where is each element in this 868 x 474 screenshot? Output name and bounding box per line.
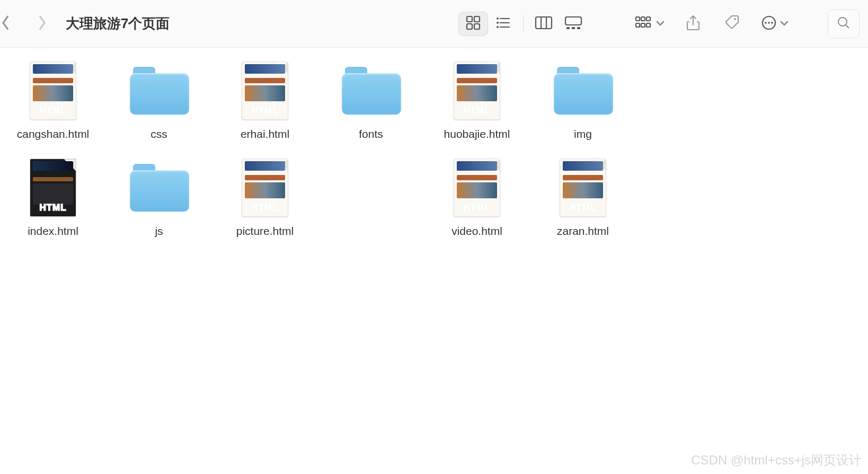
view-list-button[interactable] [488,12,518,36]
file-item[interactable]: HTMLcangshan.html [0,62,106,141]
html-file-icon: HTML [554,159,612,217]
svg-rect-14 [566,27,570,29]
file-item[interactable]: HTMLindex.html [0,159,106,238]
html-file-icon: HTML [448,159,506,217]
gallery-view-icon [564,15,583,32]
svg-point-4 [497,17,499,20]
folder-icon [130,62,188,120]
file-item[interactable]: HTMLhuobajie.html [424,62,530,141]
folder-icon [130,159,188,217]
svg-rect-18 [641,17,645,21]
chevron-left-icon [1,15,11,32]
svg-rect-15 [572,27,575,29]
file-item[interactable]: js [106,159,212,238]
search-button[interactable] [828,10,860,38]
chevron-down-icon [780,19,789,29]
svg-line-29 [846,25,849,28]
file-label: css [150,127,167,141]
file-label: js [155,224,163,238]
share-icon [686,14,701,33]
view-gallery-button[interactable] [559,12,588,36]
more-dropdown[interactable] [761,15,789,33]
view-switcher [454,12,592,36]
chevron-right-icon [37,15,47,32]
svg-rect-2 [467,24,472,29]
chevron-down-icon [656,19,665,29]
svg-point-25 [765,22,767,24]
svg-point-23 [734,18,736,20]
icon-view-icon [465,15,481,32]
svg-rect-1 [474,16,480,22]
share-button[interactable] [683,13,704,34]
column-view-icon [535,15,553,32]
view-column-button[interactable] [529,12,559,36]
file-label: huobajie.html [444,127,510,141]
svg-rect-13 [565,17,581,25]
group-dropdown[interactable] [635,16,665,32]
svg-point-8 [497,26,499,28]
file-item[interactable]: HTMLzaran.html [530,159,636,238]
search-icon [837,16,851,32]
file-label: img [574,127,592,141]
folder-icon [554,62,612,120]
file-label: video.html [451,224,502,238]
file-item[interactable]: HTMLerhai.html [212,62,318,141]
svg-rect-17 [636,17,640,21]
toolbar: 大理旅游7个页面 [0,0,868,48]
html-file-icon: HTML [24,159,82,217]
folder-icon [342,62,400,120]
back-button[interactable] [0,14,16,34]
html-file-icon: HTML [24,62,82,120]
svg-rect-22 [646,23,650,27]
html-file-icon: HTML [448,62,506,120]
file-label: cangshan.html [17,127,90,141]
html-file-icon: HTML [236,159,294,217]
file-area: HTMLcangshan.htmlcssHTMLerhai.htmlfontsH… [0,48,868,474]
svg-point-27 [771,22,773,24]
svg-rect-10 [536,17,552,29]
svg-rect-21 [641,23,645,27]
nav-group [0,14,52,34]
svg-rect-19 [646,17,650,21]
list-view-icon [495,15,511,32]
watermark: CSDN @html+css+js网页设计 [691,452,862,469]
file-label: zaran.html [557,224,609,238]
tags-button[interactable] [722,13,743,34]
file-label: index.html [28,224,78,238]
more-icon [761,15,777,33]
svg-point-6 [497,22,499,24]
group-icon [635,16,653,32]
svg-point-26 [768,22,770,24]
file-label: fonts [359,127,383,141]
forward-button[interactable] [32,14,52,34]
svg-rect-0 [467,16,472,22]
window-title: 大理旅游7个页面 [66,14,170,33]
file-item[interactable]: fonts [318,62,424,141]
divider [523,15,524,33]
view-icon-button[interactable] [458,12,488,36]
svg-rect-20 [636,23,640,27]
toolbar-right [635,10,862,38]
file-item[interactable]: img [530,62,636,141]
file-item[interactable]: HTMLpicture.html [212,159,318,238]
svg-rect-16 [577,27,580,29]
file-item[interactable]: css [106,62,212,141]
file-item[interactable]: HTMLvideo.html [424,159,530,238]
svg-rect-3 [474,24,480,29]
file-grid: HTMLcangshan.htmlcssHTMLerhai.htmlfontsH… [0,62,868,256]
tag-icon [724,15,740,32]
file-label: erhai.html [241,127,289,141]
html-file-icon: HTML [236,62,294,120]
svg-point-28 [838,17,847,26]
file-label: picture.html [236,224,294,238]
